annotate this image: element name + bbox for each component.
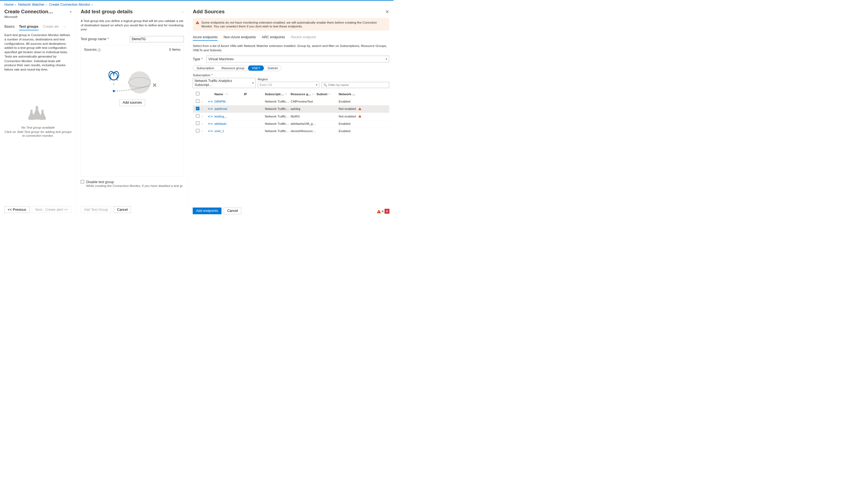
col-resource-group[interactable]: Resource g… [291,92,311,96]
seg-resource-group[interactable]: Resource group [218,65,248,71]
row-checkbox[interactable] [196,121,199,125]
panel-cancel-button[interactable]: Cancel [224,208,241,214]
vnet-name-link[interactable]: vnet_1 [214,129,224,133]
expand-icon[interactable]: › [201,100,202,103]
type-label: Type [193,57,200,61]
expand-icon[interactable]: › [201,122,202,125]
tab-create-alert[interactable]: Create ale [43,25,59,31]
expand-icon[interactable]: › [201,108,202,110]
vnet-icon: <·> [208,107,213,111]
close-icon[interactable]: ✕ [385,9,389,14]
dismiss-notifications-button[interactable]: ✕ [385,209,389,214]
notification-count: 4 [382,209,384,213]
warning-icon[interactable] [377,210,381,213]
test-group-description: Each test group in Connection Monitor de… [4,33,72,72]
col-subnet[interactable]: Subnet [316,92,327,96]
seg-subnet[interactable]: Subnet [264,65,282,71]
subscription-filter-dropdown[interactable]: Network Traffic Analytics Subscript…▾ [193,78,255,88]
add-endpoints-button[interactable]: Add endpoints [193,208,221,214]
disable-test-group-label: Disable test group [86,180,182,184]
pivot-non-azure-endpoints[interactable]: Non-Azure endpoints [224,35,256,41]
expand-icon[interactable]: › [201,115,202,118]
svg-point-1 [113,90,115,92]
region-filter-label: Region [258,77,319,81]
disable-test-group-sub: While creating the Connection Monitor, i… [86,184,182,188]
warning-alert: Some endpoints do not have monitoring ex… [193,18,389,31]
disable-test-group-checkbox[interactable] [81,180,84,184]
table-row[interactable]: ›<·>vnet_1Network Traffic…deveshResourc…… [193,128,389,135]
test-group-name-label: Test group name * [81,37,130,41]
warning-icon [358,115,361,117]
vnet-name-link[interactable]: aahilvnet [214,107,227,111]
seg-vnet[interactable]: VNET [248,65,264,71]
page-title: Create Connection… [4,9,68,14]
cancel-button[interactable]: Cancel [114,206,131,213]
col-name[interactable]: Name [214,92,223,96]
pivot-azure-endpoints[interactable]: Azure endpoints [193,35,218,41]
pivot-recent-endpoint[interactable]: Recent endpoint [291,35,316,41]
expand-icon[interactable]: › [201,130,202,133]
chevron-down-icon: ▾ [252,81,254,84]
warning-icon [196,21,199,24]
sort-icon[interactable]: ↑↓ [285,93,287,96]
vnet-icon: <·> [208,122,213,126]
vnet-name-link[interactable]: DtlNPM.. [214,99,227,103]
vnet-name-link[interactable]: abhilash. [214,122,227,126]
vnet-icon: <·> [208,129,213,133]
collapse-icon[interactable]: « [70,10,72,14]
breadcrumb-network-watcher[interactable]: Network Watcher [18,3,44,6]
panel-title: Add Sources [193,9,225,15]
tab-test-groups[interactable]: Test groups [19,25,39,31]
previous-button[interactable]: << Previous [4,206,29,213]
type-dropdown[interactable]: Virtual Machines ▾ [206,56,389,62]
filter-by-name-input[interactable]: 🔍 [322,82,389,88]
flask-icon [27,105,50,122]
publisher-label: Microsoft [4,15,72,19]
sort-icon[interactable]: ↑↓ [328,93,331,96]
more-actions-icon[interactable]: ··· [181,10,184,14]
col-ip[interactable]: IP [244,92,247,96]
pivot-arc-endpoints[interactable]: ARC endpoints [262,35,285,41]
vnet-name-link[interactable]: testing_.. [214,114,227,118]
globe-illustration [104,68,160,95]
sort-icon[interactable]: ↑↓ [312,93,315,96]
sort-icon[interactable]: ↑↓ [226,93,228,96]
chevron-down-icon: ▾ [386,58,387,61]
table-header: Name↑↓ IP Subscripti…↑↓ Resource g…↑↓ Su… [193,90,389,98]
test-group-desc: A Test group lets you define a logical g… [81,19,184,32]
select-all-checkbox[interactable] [196,92,199,95]
region-filter-dropdown[interactable]: East US▾ [258,82,319,88]
breadcrumb-create-connection-monitor[interactable]: Create Connection Monitor [49,3,90,6]
panel-desc: Select from a list of Azure VMs with Net… [193,44,389,52]
table-row[interactable]: ›<·>aahilvnetNetwork Traffic…aahilrgNot … [193,105,389,113]
add-test-group-button[interactable]: Add Test Group [81,206,111,213]
table-row[interactable]: ›<·>abhilash.Network Traffic…abhilashaVM… [193,120,389,128]
seg-subscription[interactable]: Subscription [193,65,218,71]
sources-label: Sources [84,48,97,52]
row-checkbox[interactable] [196,114,199,118]
empty-state-subtitle: Click on 'Add Test group' for adding tes… [4,130,72,137]
add-sources-button[interactable]: Add sources [119,99,145,106]
table-row[interactable]: ›<·>DtlNPM..Network Traffic…CMPreviewTes… [193,98,389,105]
vnet-icon: <·> [208,114,213,118]
items-count: 0 Items [169,48,181,52]
table-row[interactable]: ›<·>testing_..Network Traffic…MyRGNot en… [193,113,389,120]
tab-basics[interactable]: Basics [4,25,14,31]
row-checkbox[interactable] [196,99,199,103]
row-checkbox[interactable] [196,107,199,110]
subscription-filter-label: Subscription [193,73,211,77]
group-by-segmented: Subscription Resource group VNET Subnet [193,65,282,71]
empty-state-title: No Test group available [4,126,72,129]
next-button[interactable]: Next : Create alert >> [32,206,72,213]
info-icon[interactable]: i [98,49,101,52]
row-checkbox[interactable] [196,129,199,132]
chevron-down-icon: ▾ [316,83,317,87]
blade-title: Add test group details [81,9,178,14]
test-group-name-input[interactable] [130,36,184,42]
breadcrumb: Home› Network Watcher› Create Connection… [0,1,393,7]
svg-point-0 [129,71,151,94]
col-subscription[interactable]: Subscripti… [265,92,284,96]
more-tabs-icon[interactable]: ··· [63,25,66,31]
col-network[interactable]: Network … [339,92,355,96]
breadcrumb-home[interactable]: Home [4,3,14,6]
